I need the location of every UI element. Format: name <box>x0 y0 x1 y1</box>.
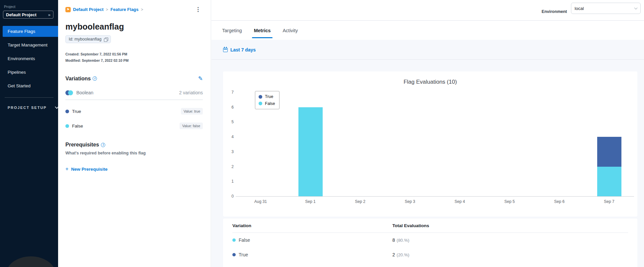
prerequisites-description: What's required before enabling this fla… <box>65 151 203 155</box>
y-axis-tick: 7 <box>224 90 234 95</box>
table-row-true: True2(20.%) <box>232 247 628 262</box>
environment-select[interactable]: local <box>571 3 641 14</box>
project-expand-icon[interactable]: » <box>48 12 50 17</box>
y-axis-tick: 6 <box>224 105 234 110</box>
chevron-down-icon <box>55 105 58 109</box>
prerequisites-heading: Prerequisites <box>65 142 99 148</box>
legend-item-false[interactable]: False <box>259 100 275 107</box>
modified-timestamp: Modified: September 7, 2022 02:10 PM <box>65 58 203 62</box>
created-timestamp: Created: September 7, 2022 01:56 PM <box>65 52 203 56</box>
sidebar-divider <box>5 97 53 98</box>
flag-id-chip[interactable]: Id: mybooleanflag <box>65 35 111 43</box>
new-prerequisite-button[interactable]: + New Prerequisite <box>65 166 203 172</box>
new-prerequisite-label: New Prerequisite <box>71 167 108 172</box>
table-row-false: False8(80.%) <box>232 233 628 247</box>
breadcrumb-link-feature-flags[interactable]: Feature Flags <box>111 7 139 12</box>
bar-sep-7-true[interactable] <box>597 137 621 166</box>
breadcrumb: ⚑ Default Project > Feature Flags > ⋮ <box>65 6 203 13</box>
table-variation-name: True <box>239 252 248 257</box>
flag-title: mybooleanflag <box>65 22 203 32</box>
variation-color-dot <box>232 238 236 242</box>
tab-activity[interactable]: Activity <box>282 21 298 40</box>
sidebar-item-environments[interactable]: Environments <box>0 53 58 64</box>
flag-evaluations-chart: Flag Evaluations (10) TrueFalse 01234567… <box>223 71 637 217</box>
sidebar-item-pipelines[interactable]: Pipelines <box>0 67 58 78</box>
legend-label: False <box>265 100 275 107</box>
chart-title: Flag Evaluations (10) <box>223 79 637 85</box>
copy-icon[interactable] <box>104 38 108 41</box>
variation-name: True <box>72 109 81 114</box>
x-axis-label: Sep 6 <box>539 199 579 204</box>
variation-list: TrueValue: trueFalseValue: false <box>65 108 203 129</box>
variation-type-row: Boolean 2 variations <box>65 90 203 100</box>
variation-value-chip: Value: true <box>181 108 203 115</box>
table-total-value: 2 <box>392 252 395 257</box>
flag-detail-panel: ⚑ Default Project > Feature Flags > ⋮ my… <box>58 0 211 267</box>
date-range-button[interactable]: Last 7 days <box>223 47 256 52</box>
edit-variations-icon[interactable]: ✎ <box>198 75 203 82</box>
table-percent-value: (20.%) <box>397 252 409 257</box>
flag-id-text: Id: mybooleanflag <box>69 37 102 42</box>
variation-color-dot <box>65 110 69 113</box>
info-icon[interactable]: i <box>93 76 97 81</box>
project-selector[interactable]: Default Project » <box>3 11 53 19</box>
evaluations-table: Variation Total Evaluations False8(80.%)… <box>223 219 637 267</box>
breadcrumb-link-project[interactable]: Default Project <box>73 7 104 12</box>
variation-count: 2 variations <box>179 90 203 95</box>
variation-type-label: Boolean <box>76 90 93 95</box>
y-axis-tick: 0 <box>224 194 234 199</box>
x-axis-label: Sep 5 <box>490 199 529 204</box>
environment-value: local <box>575 6 584 11</box>
info-icon[interactable]: i <box>101 143 105 147</box>
sidebar-item-project-setup[interactable]: PROJECT SETUP <box>8 106 58 110</box>
variation-color-dot <box>232 253 236 256</box>
sidebar-item-feature-flags[interactable]: Feature Flags <box>3 26 58 37</box>
bar-sep-7-false[interactable] <box>597 167 621 196</box>
bar-sep-1-false[interactable] <box>298 107 323 196</box>
project-label: Project <box>4 5 58 9</box>
table-variation-name: False <box>239 237 250 243</box>
calendar-icon <box>223 48 228 52</box>
sidebar: Project Default Project » Feature FlagsT… <box>0 0 58 267</box>
variation-value-chip: Value: false <box>180 123 203 129</box>
sidebar-item-get-started[interactable]: Get Started <box>0 80 58 91</box>
x-axis-label: Sep 7 <box>589 199 629 204</box>
tab-targeting[interactable]: Targeting <box>222 21 242 40</box>
breadcrumb-separator: > <box>141 7 143 12</box>
help-bubble[interactable] <box>6 256 56 267</box>
x-axis-line <box>236 196 634 197</box>
top-header: Environment local <box>211 0 644 21</box>
chart-legend: TrueFalse <box>255 91 280 109</box>
environment-label: Environment <box>542 9 567 14</box>
table-percent-value: (80.%) <box>397 238 409 243</box>
variation-row-true: TrueValue: true <box>65 108 203 115</box>
app-root: Project Default Project » Feature FlagsT… <box>0 0 644 267</box>
project-setup-label: PROJECT SETUP <box>8 106 47 110</box>
legend-dot <box>259 95 262 99</box>
x-axis-label: Sep 1 <box>290 199 330 204</box>
x-axis-label: Aug 31 <box>241 199 281 204</box>
kebab-menu-icon[interactable]: ⋮ <box>193 6 203 13</box>
sidebar-nav: Feature FlagsTarget ManagementEnvironmen… <box>0 26 58 91</box>
variations-heading: Variations <box>65 76 91 82</box>
tab-metrics[interactable]: Metrics <box>254 21 271 40</box>
boolean-type-icon <box>65 90 73 95</box>
y-axis-tick: 5 <box>224 120 234 124</box>
y-axis-tick: 2 <box>224 164 234 169</box>
plus-icon: + <box>65 166 68 172</box>
x-axis-label: Sep 4 <box>440 199 480 204</box>
variation-name: False <box>72 124 83 129</box>
legend-item-true[interactable]: True <box>259 93 275 100</box>
variation-row-false: FalseValue: false <box>65 123 203 129</box>
x-axis-label: Sep 2 <box>340 199 380 204</box>
y-axis-tick: 1 <box>224 179 234 184</box>
sidebar-item-target-management[interactable]: Target Management <box>0 40 58 50</box>
project-selector-value: Default Project <box>6 12 37 17</box>
filter-band: Last 7 days <box>211 40 644 60</box>
column-header-variation: Variation <box>232 223 392 228</box>
table-total-value: 8 <box>392 237 395 243</box>
column-header-total-evaluations: Total Evaluations <box>392 223 628 228</box>
chevron-down-icon <box>634 6 638 10</box>
breadcrumb-separator: > <box>106 7 108 12</box>
date-range-label: Last 7 days <box>230 47 256 52</box>
